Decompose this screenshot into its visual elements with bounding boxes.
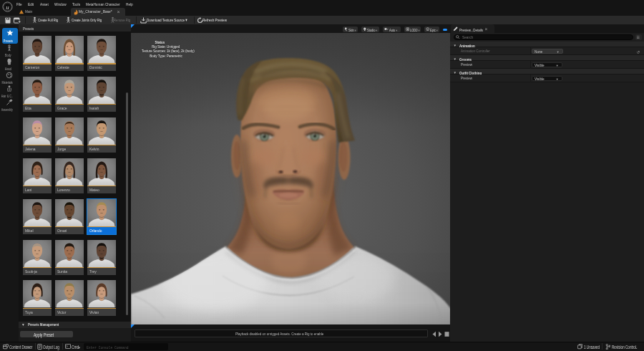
svg-text:u: u	[6, 4, 9, 11]
